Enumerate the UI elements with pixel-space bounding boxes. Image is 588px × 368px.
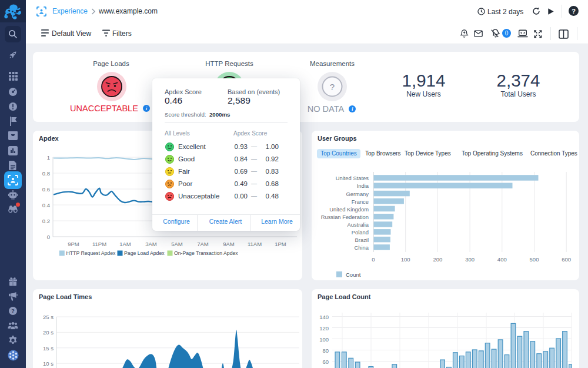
svg-text:United Kingdom: United Kingdom [329, 206, 369, 213]
svg-text:Brazil: Brazil [355, 237, 369, 243]
svg-text:200: 200 [433, 256, 442, 263]
svg-text:Count: Count [346, 271, 361, 278]
svg-text:Germany: Germany [346, 191, 369, 197]
svg-text:11AM: 11AM [248, 241, 262, 247]
svg-text:5AM: 5AM [171, 241, 183, 247]
svg-text:France: France [352, 198, 369, 205]
svg-text:1AM: 1AM [119, 241, 131, 247]
svg-text:15 s: 15 s [43, 345, 54, 352]
svg-text:7AM: 7AM [197, 241, 209, 247]
svg-text:500: 500 [530, 256, 539, 263]
svg-text:0.2: 0.2 [42, 218, 50, 224]
svg-text:China: China [355, 244, 369, 251]
svg-text:Australia: Australia [348, 221, 369, 228]
svg-text:0: 0 [372, 256, 375, 263]
svg-text:60: 60 [322, 359, 329, 365]
svg-text:9AM: 9AM [223, 241, 235, 247]
svg-text:80: 80 [322, 347, 329, 354]
svg-text:India: India [357, 183, 369, 189]
svg-text:10 s: 10 s [43, 360, 54, 367]
svg-text:20 s: 20 s [43, 329, 54, 336]
svg-text:United States: United States [336, 175, 369, 181]
svg-text:0.8: 0.8 [42, 170, 50, 177]
svg-text:100: 100 [319, 336, 329, 343]
svg-text:1: 1 [47, 154, 50, 161]
svg-text:140: 140 [319, 314, 329, 320]
svg-text:0: 0 [47, 234, 50, 240]
svg-text:120: 120 [319, 325, 329, 331]
svg-text:0.4: 0.4 [42, 202, 50, 208]
svg-text:Russian Federation: Russian Federation [321, 214, 369, 220]
svg-text:1PM: 1PM [275, 241, 286, 247]
svg-text:?: ? [11, 307, 15, 314]
svg-text:Poland: Poland [352, 229, 369, 236]
svg-text:0.6: 0.6 [42, 186, 50, 193]
svg-text:400: 400 [497, 256, 507, 263]
svg-text:HTTP Request Apdex: HTTP Request Apdex [66, 250, 116, 256]
svg-text:Page Load Apdex: Page Load Apdex [124, 250, 165, 256]
svg-text:600: 600 [562, 256, 571, 263]
svg-text:On-Page Transaction Apdex: On-Page Transaction Apdex [174, 250, 238, 256]
svg-text:?: ? [572, 8, 576, 15]
svg-text:?: ? [330, 82, 335, 92]
svg-text:9PM: 9PM [68, 241, 79, 247]
svg-text:300: 300 [465, 256, 475, 263]
svg-text:11PM: 11PM [92, 241, 106, 247]
svg-text:3AM: 3AM [145, 241, 157, 247]
svg-text:25 s: 25 s [43, 314, 54, 320]
svg-text:100: 100 [401, 256, 410, 263]
